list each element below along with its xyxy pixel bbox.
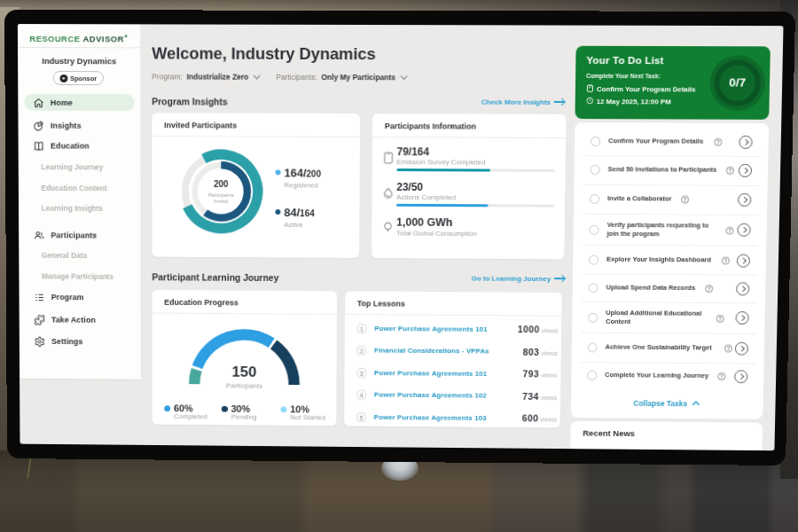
- svg-text:Invited: Invited: [214, 199, 228, 204]
- svg-text:Participants: Participants: [208, 192, 234, 198]
- svg-text:200: 200: [214, 179, 229, 189]
